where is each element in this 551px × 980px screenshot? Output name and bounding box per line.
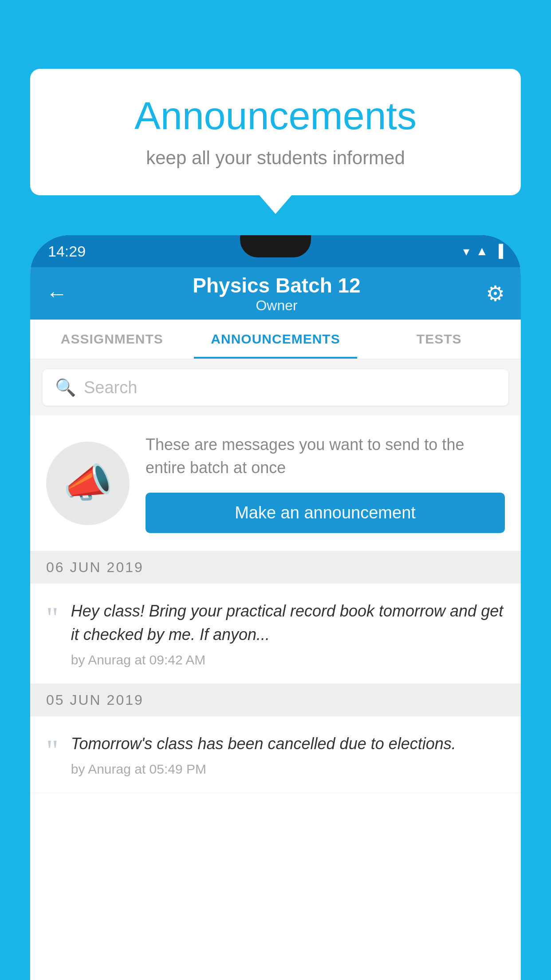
wifi-icon: ▾ [463,244,469,259]
announcement-meta-2: by Anurag at 05:49 PM [71,762,505,777]
status-icons: ▾ ▲ ▐ [463,244,503,259]
announcement-item-1[interactable]: " Hey class! Bring your practical record… [30,584,521,684]
batch-subtitle: Owner [67,297,486,314]
announcement-meta-1: by Anurag at 09:42 AM [71,652,505,668]
top-bar-title-container: Physics Batch 12 Owner [67,273,486,314]
announcement-content-1: Hey class! Bring your practical record b… [71,600,505,667]
announcement-promo: 📣 These are messages you want to send to… [30,415,521,551]
tab-assignments[interactable]: ASSIGNMENTS [30,320,194,359]
date-separator-2: 05 JUN 2019 [30,684,521,716]
bubble-subtitle: keep all your students informed [57,147,494,169]
bubble-title: Announcements [57,93,494,138]
status-time: 14:29 [48,243,86,260]
megaphone-icon: 📣 [63,460,113,506]
announcement-text-2: Tomorrow's class has been cancelled due … [71,732,505,755]
promo-icon-circle: 📣 [46,442,130,525]
back-button[interactable]: ← [46,281,67,306]
speech-bubble: Announcements keep all your students inf… [30,69,521,195]
quote-icon-1: " [46,602,59,632]
settings-icon[interactable]: ⚙ [486,281,505,306]
promo-description: These are messages you want to send to t… [146,433,505,479]
battery-icon: ▐ [494,244,503,258]
phone-screen: ← Physics Batch 12 Owner ⚙ ASSIGNMENTS A… [30,267,521,980]
phone-notch [240,235,311,257]
phone-frame: 14:29 ▾ ▲ ▐ ← Physics Batch 12 Owner ⚙ A… [30,235,521,980]
announcement-content-2: Tomorrow's class has been cancelled due … [71,732,505,777]
date-separator-1: 06 JUN 2019 [30,551,521,584]
speech-bubble-container: Announcements keep all your students inf… [30,69,521,195]
top-bar: ← Physics Batch 12 Owner ⚙ [30,267,521,320]
announcement-item-2[interactable]: " Tomorrow's class has been cancelled du… [30,716,521,793]
announcement-text-1: Hey class! Bring your practical record b… [71,600,505,646]
search-input[interactable]: Search [84,378,137,397]
promo-right: These are messages you want to send to t… [146,433,505,533]
search-bar-container: 🔍 Search [30,360,521,415]
batch-title: Physics Batch 12 [67,273,486,297]
make-announcement-button[interactable]: Make an announcement [146,493,505,533]
quote-icon-2: " [46,735,59,765]
search-bar[interactable]: 🔍 Search [43,369,508,406]
tab-announcements[interactable]: ANNOUNCEMENTS [194,320,358,359]
tabs-bar: ASSIGNMENTS ANNOUNCEMENTS TESTS [30,320,521,360]
tab-tests[interactable]: TESTS [357,320,521,359]
status-bar: 14:29 ▾ ▲ ▐ [30,235,521,267]
search-icon: 🔍 [55,378,76,397]
signal-icon: ▲ [476,244,488,258]
